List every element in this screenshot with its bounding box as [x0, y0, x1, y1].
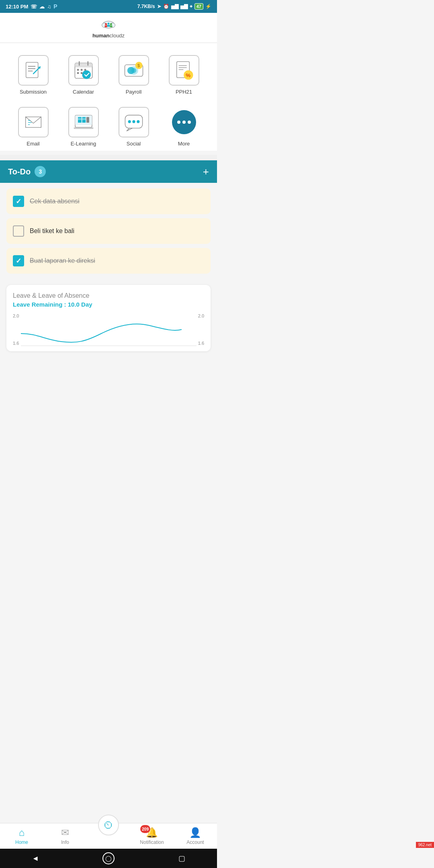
app-item-submission[interactable]: Submission: [8, 51, 58, 99]
battery-indicator: 47: [194, 3, 203, 10]
whatsapp-icon: ☏: [31, 4, 37, 10]
app-item-email[interactable]: Email: [8, 103, 58, 151]
logo: humancloudz: [92, 18, 125, 39]
app-item-pph21[interactable]: % PPH21: [159, 51, 209, 99]
todo-section: To-Do 3 + ✓ Cek data absensi Beli tiket …: [0, 160, 217, 279]
todo-checkbox-2[interactable]: [13, 225, 24, 237]
cloud-icon: ☁: [39, 4, 45, 10]
svg-rect-14: [75, 63, 92, 68]
send-icon: ➤: [157, 4, 161, 9]
todo-header: To-Do 3 +: [0, 160, 217, 183]
submission-icon: [23, 60, 43, 80]
todo-text-2: Beli tiket ke bali: [30, 227, 74, 235]
svg-rect-19: [80, 69, 82, 71]
svg-point-7: [110, 23, 112, 25]
svg-rect-40: [74, 127, 93, 129]
elearning-icon-box: [68, 107, 99, 137]
svg-rect-22: [80, 72, 82, 74]
status-bar: 12:10 PM ☏ ☁ ♫ P 7.7KB/s ➤ ⏰ ▅▇ ▅▇ ⌖ 47 …: [0, 0, 217, 13]
alarm-icon: ⏰: [163, 4, 169, 9]
svg-marker-49: [127, 128, 132, 131]
app-header: humancloudz: [0, 13, 217, 43]
svg-point-50: [128, 120, 131, 123]
leave-remaining: Leave Remaining : 10.0 Day: [13, 301, 204, 308]
svg-rect-20: [84, 69, 86, 71]
more-icon-box: [169, 107, 199, 137]
svg-point-51: [132, 120, 135, 123]
pph21-icon-box: %: [169, 55, 199, 86]
leave-section: Leave & Leave of Absence Leave Remaining…: [6, 285, 211, 351]
svg-point-5: [107, 23, 109, 25]
logo-icon: [101, 18, 116, 31]
chart-svg: [21, 313, 182, 346]
svg-rect-42: [82, 117, 86, 123]
todo-title-row: To-Do 3: [8, 166, 46, 177]
app-item-payroll[interactable]: $ Payroll: [108, 51, 159, 99]
todo-add-button[interactable]: +: [203, 166, 209, 177]
calendar-label: Calendar: [73, 89, 94, 95]
status-right: 7.7KB/s ➤ ⏰ ▅▇ ▅▇ ⌖ 47 ⚡: [137, 3, 211, 10]
svg-rect-18: [77, 69, 79, 71]
leave-title: Leave & Leave of Absence: [13, 292, 204, 299]
svg-rect-21: [77, 72, 79, 74]
todo-item-3[interactable]: ✓ Buat laporan ke direksi: [6, 248, 211, 274]
more-icon: [172, 110, 196, 134]
music-icon: ♫: [47, 4, 51, 10]
social-icon-box: [119, 107, 149, 137]
elearning-label: E-Learning: [71, 141, 96, 147]
app-item-calendar[interactable]: Calendar: [58, 51, 108, 99]
checkmark-1: ✓: [16, 197, 21, 206]
social-icon: [123, 112, 145, 132]
chart-y-right: 2.0 1.6: [197, 313, 204, 346]
more-label: More: [178, 141, 190, 147]
pph21-icon: %: [174, 59, 194, 81]
submission-label: Submission: [20, 89, 47, 95]
todo-checkbox-1[interactable]: ✓: [13, 196, 24, 207]
signal2-icon: ▅▇: [180, 4, 188, 9]
payroll-icon-box: $: [119, 55, 149, 86]
status-time: 12:10 PM: [6, 4, 28, 10]
elearning-icon: [73, 113, 94, 132]
social-label: Social: [127, 141, 141, 147]
calendar-icon: [73, 59, 94, 81]
email-label: Email: [27, 141, 40, 147]
status-left: 12:10 PM ☏ ☁ ♫ P: [6, 3, 57, 10]
svg-rect-4: [104, 25, 107, 27]
app-item-social[interactable]: Social: [108, 103, 159, 151]
payroll-icon: $: [123, 60, 145, 80]
svg-text:$: $: [137, 63, 140, 68]
chart-y-left: 2.0 1.6: [13, 313, 20, 346]
svg-point-3: [105, 23, 107, 25]
section-divider: [0, 155, 217, 160]
todo-text-3: Buat laporan ke direksi: [30, 257, 95, 264]
app-item-more[interactable]: More: [159, 103, 209, 151]
submission-icon-box: [18, 55, 49, 86]
todo-count-badge: 3: [35, 166, 46, 177]
todo-item-2[interactable]: Beli tiket ke bali: [6, 218, 211, 244]
p-icon: P: [53, 3, 57, 10]
svg-rect-41: [78, 117, 82, 123]
payroll-label: Payroll: [126, 89, 142, 95]
grid-line-mid: [21, 346, 196, 346]
chart-area: 2.0 1.6 2.0 1.6: [13, 313, 204, 346]
wifi-icon: ⌖: [190, 4, 192, 9]
network-speed: 7.7KB/s: [137, 4, 155, 9]
app-grid-row2: Email E-Learni: [8, 103, 209, 151]
app-grid-row1: Submission Cal: [8, 51, 209, 99]
svg-text:%: %: [186, 72, 190, 78]
signal1-icon: ▅▇: [171, 4, 178, 9]
todo-item-1[interactable]: ✓ Cek data absensi: [6, 188, 211, 214]
todo-text-1: Cek data absensi: [30, 198, 80, 205]
email-icon-box: [18, 107, 49, 137]
svg-rect-43: [86, 117, 89, 123]
todo-list: ✓ Cek data absensi Beli tiket ke bali ✓ …: [0, 183, 217, 274]
svg-point-52: [137, 120, 139, 123]
svg-point-17: [82, 70, 91, 79]
checkmark-3: ✓: [16, 257, 21, 265]
email-icon: [23, 113, 44, 131]
todo-checkbox-3[interactable]: ✓: [13, 255, 24, 266]
logo-text: humancloudz: [92, 33, 125, 39]
charging-icon: ⚡: [205, 4, 211, 9]
svg-rect-9: [26, 62, 38, 78]
app-item-elearning[interactable]: E-Learning: [58, 103, 108, 151]
